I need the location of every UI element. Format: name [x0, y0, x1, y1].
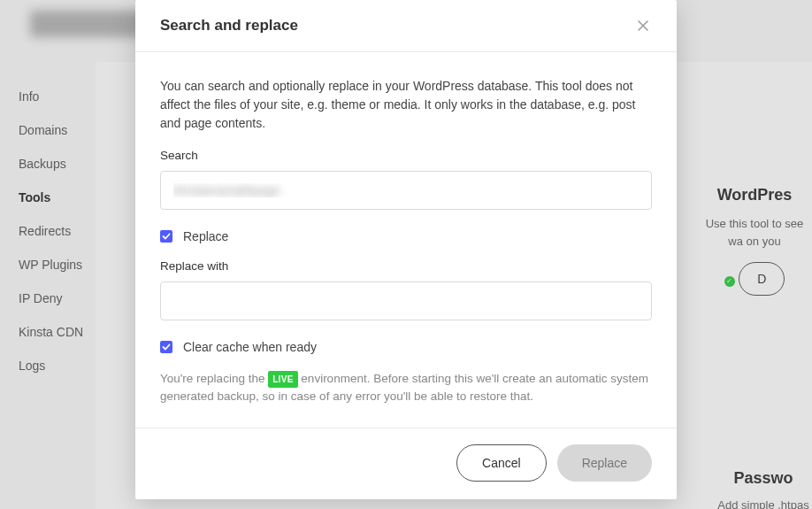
cancel-button[interactable]: Cancel [456, 444, 547, 482]
footnote-pre: You're replacing the [160, 372, 268, 385]
check-icon [162, 232, 171, 241]
modal-description: You can search and optionally replace in… [160, 77, 652, 133]
modal-header: Search and replace [135, 0, 677, 52]
modal-body: You can search and optionally replace in… [135, 52, 677, 428]
footnote: You're replacing the LIVE environment. B… [160, 370, 652, 406]
replace-checkbox-row[interactable]: Replace [160, 229, 652, 243]
close-button[interactable] [634, 17, 652, 35]
close-icon [638, 20, 648, 31]
search-replace-modal: Search and replace You can search and op… [135, 0, 677, 499]
replace-button[interactable]: Replace [557, 444, 652, 482]
modal-footer: Cancel Replace [135, 428, 677, 499]
modal-title: Search and replace [160, 17, 298, 35]
replace-with-label: Replace with [160, 259, 652, 273]
replace-checkbox[interactable] [160, 230, 172, 243]
replace-checkbox-label: Replace [183, 229, 228, 243]
clear-cache-checkbox-label: Clear cache when ready [183, 340, 317, 354]
clear-cache-checkbox[interactable] [160, 341, 172, 353]
search-label: Search [160, 149, 652, 162]
search-input[interactable] [160, 171, 652, 210]
clear-cache-checkbox-row[interactable]: Clear cache when ready [160, 340, 652, 354]
live-badge: LIVE [268, 371, 297, 388]
check-icon [162, 343, 171, 351]
replace-with-input[interactable] [160, 281, 652, 320]
